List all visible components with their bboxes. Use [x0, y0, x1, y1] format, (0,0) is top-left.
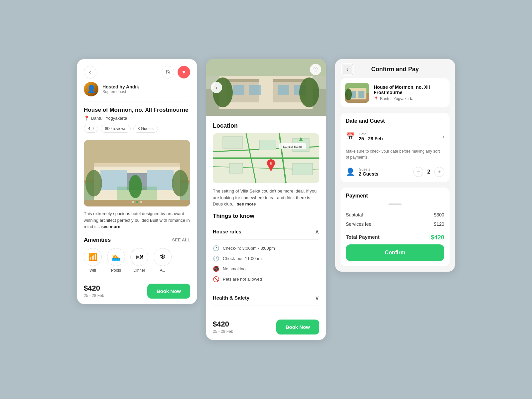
svg-rect-37 [293, 163, 313, 175]
confirm-button[interactable]: Confirm [346, 244, 444, 261]
things-title: Things to know [213, 213, 319, 219]
amenity-wifi: 📶 Wifi [84, 248, 102, 273]
checkin-text: Check-in: 3:00pm - 8:00pm [223, 246, 275, 251]
wifi-icon: 📶 [84, 248, 102, 266]
location-see-more[interactable]: see more [237, 201, 256, 206]
decrease-guests-button[interactable]: − [413, 167, 423, 177]
dinner-icon: 🍽 [130, 248, 148, 266]
back-button[interactable]: ‹ [84, 66, 96, 78]
ac-icon: ❄ [154, 248, 172, 266]
property-detail-card: ‹ ⎘ ♥ 👤 Hosted by Andik Supremehost Hous… [77, 59, 197, 304]
dot-1 [132, 201, 134, 203]
house-rules-chevron: ∧ [315, 228, 319, 235]
things-section: Things to know House rules ∧ 🕐 Check-in:… [206, 213, 326, 314]
property-image-inner [84, 140, 190, 206]
stats-row: 4.9 800 reviews 3 Guests [84, 125, 190, 133]
smoking-icon: 🚭 [213, 266, 219, 272]
payment-handle [388, 203, 402, 205]
date-row[interactable]: 📅 Date 25 - 28 Feb › [346, 129, 444, 145]
svg-point-9 [85, 170, 102, 197]
confirm-back-button[interactable]: ‹ [342, 64, 353, 75]
rule-smoking: 🚭 No smoking [213, 264, 319, 274]
payment-heading: Payment [346, 193, 444, 199]
calendar-icon: 📅 [346, 132, 355, 141]
health-safety-chevron: ∨ [315, 294, 319, 302]
host-row: 👤 Hosted by Andik Supremehost [77, 82, 197, 101]
reviews-badge: 800 reviews [101, 125, 131, 133]
amenity-wifi-label: Wifi [89, 268, 96, 273]
price-date: 25 - 28 Feb [84, 293, 104, 298]
amenities-grid: 📶 Wifi 🏊 Pools 🍽 Dinner ❄ AC [84, 248, 190, 273]
hero-prev-button[interactable]: ‹ [211, 82, 222, 93]
confirm-prop-name: House of Mormon, no. XII Frostmourne [374, 84, 445, 95]
health-safety-header[interactable]: Health & Safety ∨ [213, 290, 319, 306]
guest-value: 2 Guests [359, 171, 409, 177]
total-value: $420 [431, 234, 444, 241]
prop-loc-text: Bantul, Yogyakarta [380, 96, 413, 101]
date-note: Make sure to check your date before maki… [346, 148, 444, 160]
dot-3 [140, 201, 142, 203]
book-now-button[interactable]: Book Now [147, 284, 190, 299]
card2-price: $420 [213, 320, 233, 329]
svg-rect-3 [94, 163, 180, 167]
checkin-icon: 🕐 [213, 245, 219, 251]
favorite-button[interactable]: ♥ [178, 66, 190, 78]
rule-pets: 🚫 Pets are not allowed [213, 274, 319, 284]
guests-badge: 3 Guests [133, 125, 158, 133]
see-more-link[interactable]: see more [101, 224, 120, 229]
checkout-icon: 🕐 [213, 255, 219, 262]
host-title: Supremehost [102, 89, 139, 94]
card2-price-date: 25 - 28 Feb [213, 329, 233, 334]
increase-guests-button[interactable]: + [434, 167, 444, 177]
host-info: Hosted by Andik Supremehost [102, 84, 139, 94]
rule-checkin: 🕐 Check-in: 3:00pm - 8:00pm [213, 243, 319, 253]
subtotal-value: $300 [434, 212, 444, 217]
house-rules-title: House rules [213, 229, 241, 234]
fee-value: $120 [434, 221, 444, 227]
rule-checkout: 🕐 Check-out: 11:00am [213, 253, 319, 264]
location-detail-card: ‹ ♡ Location [206, 59, 326, 340]
property-info: House of Mormon, no. XII Frostmourne 📍 B… [77, 101, 197, 136]
svg-point-49 [345, 88, 352, 100]
location-text: Bantul, Yogyakarta [91, 116, 127, 121]
see-all-link[interactable]: SEE ALL [172, 237, 190, 242]
date-guest-section: Date and Guest 📅 Date 25 - 28 Feb › Make… [340, 113, 450, 182]
price: $420 [84, 284, 104, 293]
property-title: House of Mormon, no. XII Frostmourne [84, 107, 190, 113]
svg-point-10 [172, 170, 189, 197]
health-safety-accordion: Health & Safety ∨ [213, 290, 319, 306]
amenity-ac: ❄ AC [154, 248, 172, 273]
pets-icon: 🚫 [213, 276, 219, 282]
card2-footer: $420 25 - 28 Feb Book Now [206, 314, 326, 340]
house-rules-accordion: House rules ∧ 🕐 Check-in: 3:00pm - 8:00p… [213, 224, 319, 288]
card2-book-button[interactable]: Book Now [276, 320, 319, 334]
house-rules-header[interactable]: House rules ∧ [213, 224, 319, 240]
svg-text:H: H [270, 162, 272, 165]
map-container: H Samsat Bantul [213, 133, 319, 183]
map-background: H Samsat Bantul [213, 133, 319, 183]
svg-point-12 [129, 175, 142, 198]
amenities-section: Amenities SEE ALL 📶 Wifi 🏊 Pools 🍽 Dinne… [77, 233, 197, 278]
date-label: Date [359, 132, 439, 136]
dot-2 [136, 201, 138, 203]
hero-navigation: ‹ [206, 82, 326, 93]
svg-rect-18 [226, 79, 259, 82]
location-section: Location [206, 116, 326, 213]
total-label: Total Payment [346, 234, 379, 241]
amenity-dinner-label: Dinner [133, 268, 145, 273]
card1-footer: $420 25 - 28 Feb Book Now [77, 278, 197, 304]
confirm-property: House of Mormon, no. XII Frostmourne 📍 B… [340, 78, 450, 107]
amenity-ac-label: AC [160, 268, 166, 273]
total-row: Total Payment $420 [346, 230, 444, 243]
avatar: 👤 [84, 82, 98, 96]
hero-favorite-button[interactable]: ♡ [310, 64, 321, 75]
location-description: The setting of Villa Selka couldn't be m… [213, 188, 319, 207]
guest-row: 👤 Guests 2 Guests − 2 + [346, 164, 444, 177]
confirm-pay-card: ‹ Confirm and Pay House of Mormon, n [335, 59, 455, 272]
location-title: Location [213, 122, 319, 129]
payment-section: Payment Subtotal $300 Services fee $120 … [340, 188, 450, 266]
share-button[interactable]: ⎘ [162, 66, 174, 78]
svg-rect-34 [223, 137, 243, 148]
svg-rect-33 [259, 140, 276, 150]
guest-controls: − 2 + [413, 167, 444, 177]
